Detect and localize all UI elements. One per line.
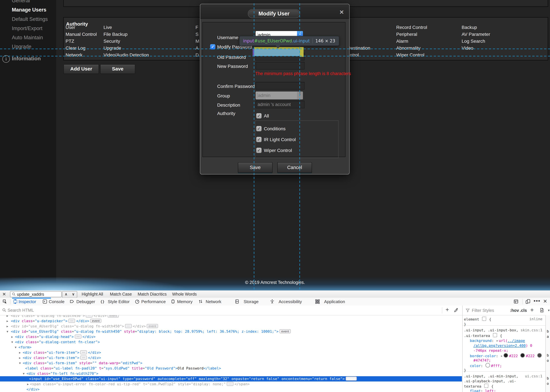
sidebar-item-general[interactable]: General: [12, 0, 30, 4]
expand-dots-badge[interactable]: ⋯: [80, 350, 87, 354]
event-badge[interactable]: event: [147, 324, 158, 328]
rule-line[interactable]: background: ▶url(../image: [470, 338, 525, 343]
css-rules-pane[interactable]: element {inline}.ui-input, .ui-input-box…: [462, 315, 546, 392]
chevron-down-icon[interactable]: ▼: [547, 309, 550, 312]
find-option-highlight-all[interactable]: Highlight All: [82, 292, 103, 297]
tab-application[interactable]: Application: [324, 299, 345, 304]
event-badge[interactable]: event: [279, 329, 291, 333]
add-node-icon[interactable]: +: [446, 306, 449, 313]
css-token[interactable]: ../image: [508, 339, 525, 343]
tree-node[interactable]: ▶<div class="u-dialog-head">⋯</div>: [0, 334, 462, 339]
event-badge[interactable]: event: [90, 319, 101, 323]
find-option-whole-words[interactable]: Whole Words: [172, 292, 197, 297]
rule-line[interactable]: }: [464, 322, 466, 327]
expand-dots-badge[interactable]: ⋯: [68, 319, 75, 323]
rule-line[interactable]: color: #fff;: [470, 363, 502, 368]
twisty-expanded-icon[interactable]: ▼: [7, 329, 8, 334]
expand-dots-badge[interactable]: ⋯: [125, 324, 132, 328]
twisty-collapsed-icon[interactable]: ▶: [19, 355, 21, 360]
tree-node[interactable]: ▶<div class="ui-form-item">⋯</div>: [0, 350, 462, 355]
tab-memory[interactable]: Memory: [177, 299, 193, 304]
dock-options-icon[interactable]: [514, 299, 518, 304]
twisty-expanded-icon[interactable]: ▼: [11, 339, 13, 345]
twisty-collapsed-icon[interactable]: ▶: [11, 334, 13, 339]
highlight-selector-icon[interactable]: [484, 384, 488, 388]
expand-shorthand-icon[interactable]: ▶: [496, 339, 499, 342]
new-password-input[interactable]: [256, 62, 305, 70]
authority-checkbox-ir-light-control[interactable]: ✓: [256, 137, 262, 142]
color-swatch[interactable]: [537, 353, 542, 358]
rule-line[interactable]: element {inline: [464, 317, 491, 322]
tree-node[interactable]: ▶<div class="u-datepicker">⋯</div>event: [0, 318, 462, 324]
dialog-close-icon[interactable]: ✕: [339, 9, 344, 15]
rule-source-link[interactable]: ui.css:1: [525, 374, 543, 379]
rule-source-link[interactable]: skin.css:1: [521, 328, 542, 333]
tab-storage[interactable]: Storage: [244, 299, 258, 304]
expand-dots-badge[interactable]: ⋯: [227, 382, 233, 386]
menu-dots-icon[interactable]: •••: [534, 298, 541, 304]
confirm-password-input[interactable]: [256, 82, 305, 90]
event-badge[interactable]: event: [346, 377, 357, 381]
group-select[interactable]: admin ▲▼: [256, 91, 303, 99]
authority-checkbox-conditions[interactable]: ✓: [256, 126, 262, 131]
rule-line[interactable]: .ui-input, .ui-input-box,skin.css:1: [464, 328, 518, 333]
tree-node-selected[interactable]: <input id="use_EUserOPwd" class="ui-inpu…: [0, 376, 462, 381]
html-tree-pane[interactable]: ▶<div class="u-dialog fn-width450">⋯</di…: [0, 315, 462, 392]
twisty-collapsed-icon[interactable]: ▶: [7, 324, 8, 329]
tab-style-editor[interactable]: Style Editor: [108, 299, 130, 304]
rule-line[interactable]: float: left;: [470, 389, 496, 392]
tree-node[interactable]: ▶<div id="use_AUserDlg" class="u-dialog …: [0, 324, 462, 329]
rule-line[interactable]: border-color: ▶#222 #222: [470, 353, 543, 358]
devtools-close-icon[interactable]: ✕: [543, 298, 547, 304]
twisty-expanded-icon[interactable]: ▼: [15, 345, 16, 350]
description-input[interactable]: admin 's account: [256, 101, 305, 108]
highlight-selector-icon[interactable]: [493, 333, 497, 337]
tab-performance[interactable]: Performance: [141, 299, 166, 304]
twisty-collapsed-icon[interactable]: ▶: [7, 315, 8, 318]
dialog-titlebar[interactable]: Modify User ✕: [200, 4, 349, 19]
authority-checkbox-all[interactable]: ✓: [256, 113, 262, 119]
rule-line[interactable]: .ui-playback-input, .ui-: [464, 379, 516, 384]
tree-node[interactable]: <label class="ui-label fn-padl20" t="sys…: [0, 366, 462, 371]
tree-node[interactable]: ▶<div class="u-dialog fn-width450">⋯</di…: [0, 315, 462, 318]
expand-dots-badge[interactable]: ⋯: [86, 315, 92, 318]
tree-node[interactable]: ▼<div class="ui-form-item" style="" data…: [0, 360, 462, 366]
eyedropper-icon[interactable]: [454, 308, 459, 313]
tree-node[interactable]: ▼<div class="fn-left fn-width270">: [0, 371, 462, 376]
tree-node[interactable]: ▶<div class="ui-form-item">⋯</div>: [0, 355, 462, 360]
tree-node[interactable]: ▼<div class="u-dialog-content fn-clear">: [0, 339, 462, 345]
expand-dots-badge[interactable]: ⋯: [80, 356, 87, 360]
tree-node[interactable]: ▼<form>: [0, 345, 462, 350]
tab-debugger[interactable]: Debugger: [77, 299, 95, 304]
color-swatch[interactable]: [503, 353, 508, 358]
rule-line[interactable]: #474747;: [473, 358, 491, 363]
save-users-button[interactable]: Save: [100, 64, 135, 74]
sidebar-item-default-settings[interactable]: Default Settings: [12, 16, 48, 22]
tab-console[interactable]: Console: [49, 299, 64, 304]
css-token[interactable]: /allbg.png?version=2.400: [473, 343, 526, 348]
filter-styles-input[interactable]: Filter Styles: [472, 308, 494, 313]
rule-source-link[interactable]: inline: [529, 317, 542, 322]
highlight-selector-icon[interactable]: [482, 317, 486, 321]
find-previous-button[interactable]: ∧: [62, 291, 70, 298]
sidebar-item-auto-maintain[interactable]: Auto Maintain: [12, 35, 43, 41]
tree-node[interactable]: ▼<div id="use_EUserDlg" class="u-dialog …: [0, 329, 462, 334]
find-option-match-case[interactable]: Match Case: [110, 292, 132, 297]
dialog-cancel-button[interactable]: Cancel: [277, 162, 312, 173]
pseudo-class-toggle[interactable]: :hov: [510, 308, 519, 313]
twisty-expanded-icon[interactable]: ▼: [23, 371, 24, 376]
authority-checkbox-wiper-control[interactable]: ✓: [256, 148, 262, 153]
search-html-input[interactable]: Search HTML: [7, 308, 34, 313]
tree-node[interactable]: ▶<span class="u-input-error fn-color-red…: [0, 381, 462, 387]
rule-line[interactable]: textarea {: [464, 384, 494, 389]
rule-line[interactable]: /allbg.png?version=2.400) 0: [473, 343, 532, 348]
add-user-button[interactable]: Add User: [63, 64, 99, 74]
rule-line[interactable]: .ui-input, .ui-min-input,ui.css:1: [464, 374, 518, 379]
responsive-design-icon[interactable]: [525, 299, 530, 304]
twisty-expanded-icon[interactable]: ▼: [19, 360, 21, 366]
expand-dots-badge[interactable]: ⋯: [75, 335, 82, 339]
tab-accessibility[interactable]: Accessibility: [278, 299, 302, 304]
find-close-icon[interactable]: ✕: [2, 292, 6, 297]
tree-node[interactable]: </div>: [0, 387, 462, 392]
color-swatch[interactable]: [485, 363, 490, 368]
